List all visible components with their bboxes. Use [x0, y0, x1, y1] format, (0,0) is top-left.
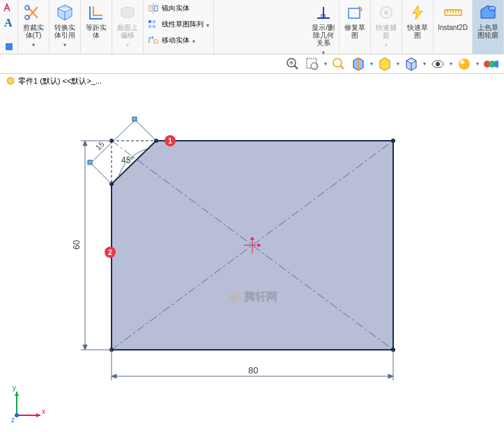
- dropdown-arrow-icon[interactable]: ▾: [450, 61, 452, 67]
- height-dim: 60: [72, 240, 82, 249]
- svg-point-32: [391, 139, 395, 143]
- perpendicular-icon: [312, 3, 335, 22]
- trim-label: 剪裁实 体(T): [23, 24, 44, 39]
- svg-rect-5: [153, 20, 155, 23]
- svg-rect-39: [88, 160, 92, 164]
- move-label: 移动实体: [162, 36, 190, 45]
- svg-point-22: [460, 60, 464, 64]
- section-icon[interactable]: [351, 56, 366, 72]
- svg-rect-6: [148, 25, 151, 28]
- appearance-icon[interactable]: [457, 56, 472, 72]
- svg-line-37: [135, 120, 156, 141]
- rapid-label: 快速草 图: [407, 24, 428, 39]
- trim-group: 剪裁实 体(T) ▾: [18, 0, 49, 54]
- quicksnap-group: 快速捕 捉 ▾: [371, 0, 402, 54]
- display-rel-label: 显示/删 除几何 关系: [312, 24, 335, 47]
- text-icon[interactable]: A: [3, 17, 15, 31]
- zoom-fit-icon[interactable]: [285, 56, 300, 72]
- axis-x-label: x: [42, 408, 45, 415]
- axis-y-label: y: [13, 384, 16, 392]
- repair-icon: [344, 3, 366, 22]
- convert-button[interactable]: 转换实 体引用: [52, 1, 77, 40]
- sketch-icon[interactable]: [3, 1, 15, 14]
- offset-label: 等距实 体: [86, 24, 107, 39]
- dropdown-arrow-icon[interactable]: ▾: [63, 42, 66, 48]
- display-style-icon[interactable]: [404, 56, 419, 72]
- orient-icon[interactable]: [377, 56, 392, 72]
- prev-view-icon[interactable]: [331, 56, 346, 72]
- svg-rect-16: [307, 59, 316, 68]
- scene-icon[interactable]: [483, 56, 498, 72]
- offset-button[interactable]: 等距实 体: [84, 1, 109, 40]
- breadcrumb: 零件1 (默认) <<默认>_...: [0, 74, 504, 88]
- watermark-icon: [227, 290, 241, 304]
- zoom-area-icon[interactable]: [305, 56, 320, 72]
- breadcrumb-text[interactable]: 零件1 (默认) <<默认>_...: [18, 76, 102, 86]
- repair-button[interactable]: 修复草 图: [342, 1, 367, 40]
- svg-point-21: [459, 59, 470, 70]
- rapid-button[interactable]: 快速草 图: [405, 1, 430, 40]
- rapid-group: 快速草 图: [402, 0, 434, 54]
- dropdown-arrow-icon[interactable]: ▾: [476, 61, 479, 67]
- rect-icon[interactable]: [5, 43, 13, 52]
- svg-point-14: [489, 6, 496, 10]
- instant-label: Instant2D: [438, 24, 468, 31]
- convert-group: 转换实 体引用 ▾: [49, 0, 81, 54]
- canvas[interactable]: 45° 15 60 80 1 2: [0, 88, 504, 432]
- shade-icon: [477, 3, 499, 22]
- dropdown-arrow-icon[interactable]: ▾: [370, 61, 373, 67]
- shade-button[interactable]: 上色草 图轮廓: [475, 1, 501, 40]
- left-tool-strip: A: [0, 0, 18, 54]
- svg-rect-40: [132, 117, 137, 121]
- dropdown-arrow-icon[interactable]: ▾: [423, 61, 426, 67]
- move-button[interactable]: 移动实体 ▾: [146, 33, 211, 47]
- offset-icon: [85, 3, 107, 22]
- transform-group: 镜向实体 线性草图阵列 ▾ 移动实体 ▾: [144, 0, 214, 54]
- secondary-toolbar: ▾ ▾ ▾ ▾ ▾ ▾: [0, 54, 504, 74]
- ribbon-toolbar: A 剪裁实 体(T) ▾ 转换实 体引用 ▾ 等距实 体: [0, 0, 504, 54]
- scissors-icon: [22, 3, 45, 22]
- mirror-icon: [148, 3, 159, 14]
- dropdown-arrow-icon[interactable]: ▾: [397, 61, 399, 67]
- annotation-badge-1: 1: [165, 135, 176, 146]
- surface-offset-button: 曲面上 偏移: [115, 1, 140, 40]
- svg-rect-4: [148, 20, 151, 23]
- shade-group: 上色草 图轮廓: [473, 0, 504, 54]
- mirror-button[interactable]: 镜向实体: [146, 1, 211, 15]
- pattern-label: 线性草图阵列: [162, 20, 204, 29]
- width-dim: 80: [248, 365, 258, 376]
- snap-icon: [375, 3, 397, 22]
- display-rel-button[interactable]: 显示/删 除几何 关系: [310, 1, 336, 48]
- angle-dim: 45°: [121, 155, 134, 165]
- repair-label: 修复草 图: [344, 24, 365, 39]
- repair-group: 修复草 图: [339, 0, 371, 54]
- ruler-icon: [442, 3, 464, 22]
- lightning-icon: [406, 3, 429, 22]
- surface-icon: [116, 3, 139, 22]
- dropdown-arrow-icon: ▾: [385, 42, 388, 48]
- svg-rect-10: [349, 8, 360, 18]
- svg-point-12: [384, 10, 388, 15]
- svg-text:A: A: [4, 17, 13, 29]
- hide-show-icon[interactable]: [430, 56, 445, 72]
- quicksnap-button: 快速捕 捉: [374, 1, 399, 40]
- offset-group: 等距实 体: [81, 0, 112, 54]
- surface-offset-group: 曲面上 偏移 ▾: [112, 0, 144, 54]
- dropdown-arrow-icon[interactable]: ▾: [324, 61, 327, 67]
- sketch-svg: 45° 15 60 80: [0, 88, 504, 432]
- svg-rect-7: [153, 25, 155, 28]
- dropdown-arrow-icon: ▾: [206, 22, 209, 29]
- quicksnap-label: 快速捕 捉: [376, 24, 397, 39]
- pattern-icon: [148, 19, 159, 30]
- svg-line-36: [91, 163, 112, 184]
- pattern-button[interactable]: 线性草图阵列 ▾: [146, 17, 211, 31]
- axis-z-label: z: [11, 416, 15, 424]
- dropdown-arrow-icon[interactable]: ▾: [32, 42, 35, 48]
- instant-button[interactable]: Instant2D: [436, 1, 469, 33]
- annotation-badge-2: 2: [105, 247, 116, 258]
- axis-triad: x y z: [7, 383, 49, 425]
- convert-label: 转换实 体引用: [54, 24, 75, 39]
- trim-button[interactable]: 剪裁实 体(T): [21, 1, 46, 40]
- surface-offset-label: 曲面上 偏移: [117, 24, 138, 39]
- svg-point-49: [15, 413, 19, 417]
